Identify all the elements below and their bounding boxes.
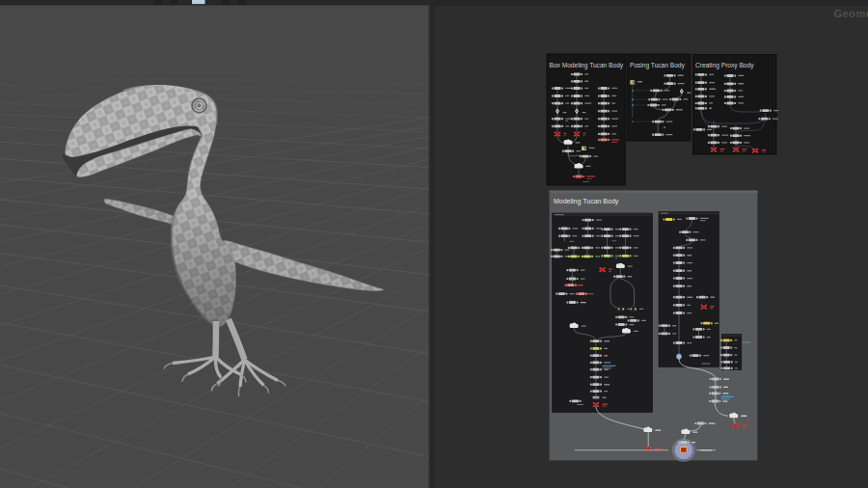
svg-text:Posing Tucan Body: Posing Tucan Body <box>630 62 686 69</box>
svg-text:Creating Proxy Body: Creating Proxy Body <box>695 62 754 69</box>
svg-text:Box Modeling Tucan Body: Box Modeling Tucan Body <box>550 62 624 69</box>
svg-text:Geometry: Geometry <box>834 8 868 19</box>
svg-text:Modeling Tucan Body: Modeling Tucan Body <box>554 198 619 205</box>
